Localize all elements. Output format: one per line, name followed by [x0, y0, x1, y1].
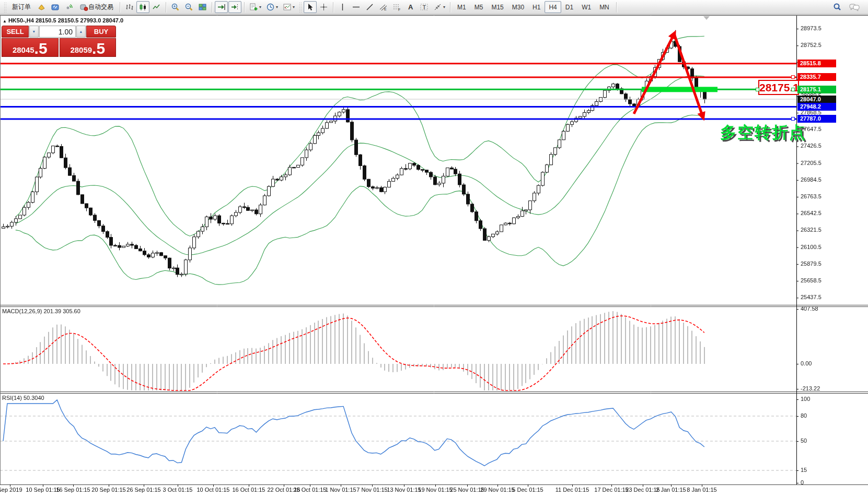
timeframe-M5[interactable]: M5 [470, 1, 488, 13]
indicators-button[interactable]: ▾ [247, 1, 263, 13]
timeframe-H1[interactable]: H1 [528, 1, 545, 13]
svg-text:F: F [398, 8, 400, 11]
mt4-window: 新订单 自动交易 ▾ ▾ ▾ E F A T ▾ M [0, 0, 868, 497]
arrows-button[interactable]: ▾ [431, 1, 447, 13]
fibonacci-button[interactable]: F [390, 1, 403, 13]
chat-icon[interactable] [847, 1, 862, 13]
sell-price-box[interactable]: 28045.5 [2, 38, 59, 57]
autotrading-button[interactable]: 自动交易 [76, 1, 117, 13]
svg-text:T: T [423, 4, 426, 10]
zoom-in-button[interactable] [169, 1, 182, 13]
line-chart-button[interactable] [150, 1, 163, 13]
templates-caret-icon: ▾ [293, 5, 295, 9]
buy-price-box[interactable]: 28059.5 [60, 38, 117, 57]
templates-button[interactable]: ▾ [281, 1, 297, 13]
timeframe-D1[interactable]: D1 [561, 1, 577, 13]
timeframe-group: M1M5M15M30H1H4D1W1MN [453, 1, 614, 13]
sell-price-pips: .5 [34, 41, 48, 55]
crosshair-button[interactable] [317, 1, 330, 13]
volume-decrease-button[interactable]: ▼ [29, 26, 39, 38]
bar-chart-button[interactable] [123, 1, 136, 13]
chart-canvas[interactable] [0, 0, 868, 497]
gold-medal-icon[interactable] [35, 1, 48, 13]
periods-caret-icon: ▾ [276, 5, 278, 9]
svg-text:A: A [408, 3, 413, 11]
arrows-caret-icon: ▾ [443, 5, 445, 9]
text-label-button[interactable]: T [418, 1, 431, 13]
metaeditor-icon[interactable] [49, 1, 62, 13]
signals-icon[interactable] [62, 1, 75, 13]
toolbar-grip[interactable] [4, 2, 6, 13]
svg-text:E: E [384, 7, 387, 11]
tile-windows-button[interactable] [196, 1, 209, 13]
timeframe-MN[interactable]: MN [595, 1, 614, 13]
volume-input[interactable]: 1.00 [39, 26, 76, 38]
indicators-caret-icon: ▾ [259, 5, 261, 9]
timeframe-M15[interactable]: M15 [487, 1, 507, 13]
chart-shift-button[interactable] [228, 1, 241, 13]
vertical-line-button[interactable] [336, 1, 349, 13]
autotrading-label: 自动交易 [88, 3, 113, 11]
cursor-button[interactable] [304, 1, 317, 13]
volume-increase-button[interactable]: ▲ [76, 26, 86, 38]
timeframe-H4[interactable]: H4 [545, 1, 561, 13]
one-click-trading-panel: SELL ▼ 1.00 ▲ BUY 28045.5 28059.5 [2, 26, 116, 57]
search-icon[interactable] [830, 1, 844, 13]
buy-price-pips: .5 [92, 41, 105, 55]
periods-button[interactable]: ▾ [264, 1, 280, 13]
timeframe-M30[interactable]: M30 [508, 1, 528, 13]
autotrading-icon [79, 3, 88, 11]
sell-price-main: 28045 [13, 45, 34, 55]
horizontal-line-button[interactable] [350, 1, 363, 13]
timeframe-W1[interactable]: W1 [577, 1, 595, 13]
buy-button[interactable]: BUY [86, 26, 116, 38]
sell-button[interactable]: SELL [2, 26, 29, 38]
trendline-button[interactable] [363, 1, 376, 13]
text-button[interactable]: A [404, 1, 417, 13]
candlestick-button[interactable] [136, 1, 149, 13]
timeframe-M1[interactable]: M1 [453, 1, 470, 13]
channel-button[interactable]: E [377, 1, 390, 13]
toolbar: 新订单 自动交易 ▾ ▾ ▾ E F A T ▾ M [0, 0, 868, 15]
autoscroll-button[interactable] [215, 1, 228, 13]
new-order-button[interactable]: 新订单 [8, 1, 34, 13]
buy-price-main: 28059 [70, 45, 92, 55]
zoom-out-button[interactable] [182, 1, 195, 13]
